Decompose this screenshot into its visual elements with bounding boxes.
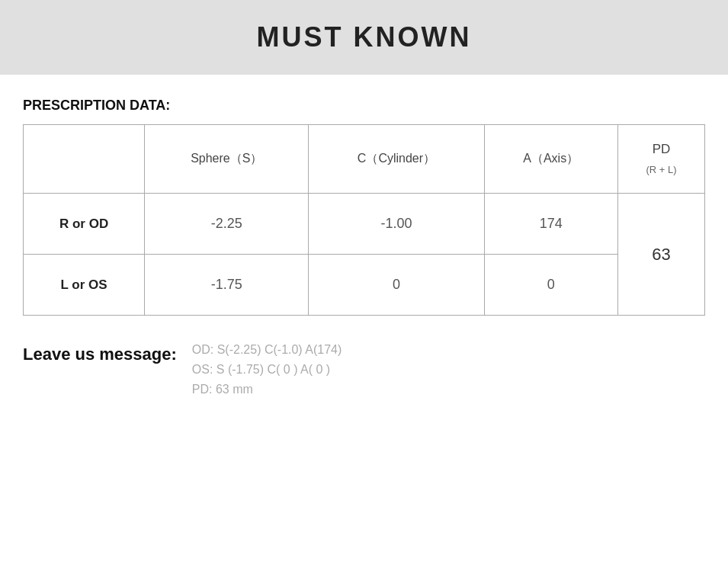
col-header-axis: A（Axis） [484, 125, 617, 194]
pd-sub-label: (R + L) [646, 164, 676, 175]
sphere-od: -2.25 [145, 194, 309, 255]
pd-label: PD (R + L) [646, 142, 676, 176]
page-title: MUST KNOWN [257, 21, 472, 53]
col-header-pd: PD (R + L) [617, 125, 704, 194]
prescription-table: Sphere（S） C（Cylinder） A（Axis） PD (R + L)… [23, 124, 705, 316]
col-header-empty [24, 125, 145, 194]
table-row-os: L or OS -1.75 0 0 [24, 255, 705, 316]
row-label-os: L or OS [24, 255, 145, 316]
row-label-od: R or OD [24, 194, 145, 255]
prescription-label: PRESCRIPTION DATA: [23, 98, 705, 114]
table-row-od: R or OD -2.25 -1.00 174 63 [24, 194, 705, 255]
message-lines: OD: S(-2.25) C(-1.0) A(174) OS: S (-1.75… [192, 343, 342, 396]
pd-value: 63 [617, 194, 704, 316]
header-banner: MUST KNOWN [0, 0, 728, 75]
message-line-pd: PD: 63 mm [192, 383, 342, 396]
main-content: PRESCRIPTION DATA: Sphere（S） C（Cylinder）… [0, 98, 728, 396]
message-line-os: OS: S (-1.75) C( 0 ) A( 0 ) [192, 363, 342, 377]
sphere-os: -1.75 [145, 255, 309, 316]
axis-od: 174 [484, 194, 617, 255]
table-header-row: Sphere（S） C（Cylinder） A（Axis） PD (R + L) [24, 125, 705, 194]
leave-message-label: Leave us message: [23, 343, 177, 364]
col-header-cylinder: C（Cylinder） [309, 125, 484, 194]
message-line-od: OD: S(-2.25) C(-1.0) A(174) [192, 343, 342, 357]
axis-os: 0 [484, 255, 617, 316]
cylinder-os: 0 [309, 255, 484, 316]
leave-message-section: Leave us message: OD: S(-2.25) C(-1.0) A… [23, 343, 705, 396]
cylinder-od: -1.00 [309, 194, 484, 255]
col-header-sphere: Sphere（S） [145, 125, 309, 194]
